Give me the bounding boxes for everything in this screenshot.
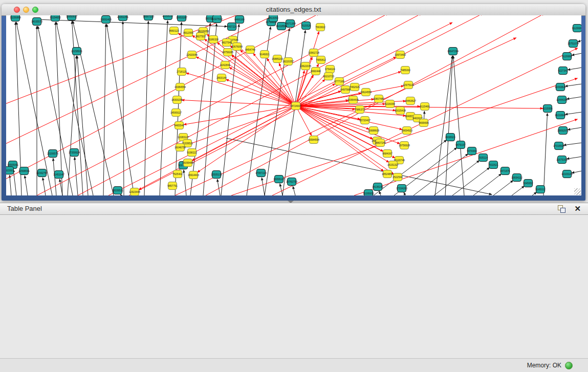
graph-node[interactable]: 9777169 [334,78,344,85]
graph-node[interactable]: 11958107 [162,15,173,20]
graph-node[interactable]: 17016504 [553,142,564,150]
graph-node[interactable]: 16151327 [387,161,399,169]
graph-node[interactable]: 18220357 [282,58,294,65]
graph-node[interactable]: 8454749 [245,46,255,54]
graph-node[interactable]: 16210643 [555,112,566,119]
graph-node[interactable]: 8660123 [169,27,179,35]
graph-node[interactable]: 14035573 [31,18,42,26]
graph-node[interactable]: 16782759 [286,178,297,186]
graph-node[interactable]: 9345652 [523,180,533,187]
graph-node[interactable]: 6466160 [234,16,245,24]
graph-node[interactable]: 19624554 [360,89,372,96]
graph-node[interactable]: 9242844 [220,61,230,69]
graph-node[interactable]: 9827503 [195,33,206,40]
graph-node[interactable]: 15885209 [272,55,283,63]
graph-node[interactable]: 7625402 [172,170,183,178]
graph-node[interactable]: 10807487 [373,95,384,103]
graph-node[interactable]: 10653287 [176,15,187,21]
graph-node[interactable]: 7663822 [315,24,325,31]
graph-node[interactable]: 11675309 [556,156,568,164]
graph-node[interactable]: 12093822 [555,83,566,91]
graph-node[interactable]: 13505135 [211,171,222,179]
graph-node[interactable]: 18724007 [290,102,301,110]
graph-node[interactable]: 19384554 [175,83,186,91]
graph-node[interactable]: 15584554 [308,136,319,144]
graph-node[interactable]: 16914403 [188,171,199,179]
graph-node[interactable]: 12444154 [556,96,568,104]
graph-node[interactable]: 11129684 [572,25,581,32]
network-canvas[interactable]: 1115686914035573101546521395061720691406… [6,15,581,195]
graph-node[interactable]: 9227341 [558,67,568,75]
graph-node[interactable]: 20061351 [117,15,128,21]
graph-node[interactable]: 14569117 [170,109,182,117]
graph-node[interactable]: 6879197 [455,141,466,149]
graph-node[interactable]: 20364436 [347,96,359,104]
graph-node[interactable]: 23676068 [231,43,243,51]
graph-node[interactable]: 16099489 [182,159,193,167]
graph-node[interactable]: 3915901 [6,167,14,174]
graph-node[interactable]: 11327602 [211,15,223,23]
graph-node[interactable]: 9684067 [382,150,393,158]
graph-node[interactable]: 6497568 [340,86,351,94]
graph-node[interactable]: 12923448 [129,188,140,196]
graph-node[interactable]: 18756085 [222,49,233,56]
graph-node[interactable]: 6216099 [385,100,395,108]
canvas-resize-grip[interactable] [574,188,581,195]
graph-node[interactable]: 18300295 [171,96,183,104]
graph-node[interactable]: 9699695 [419,119,429,127]
graph-node[interactable]: 20691406 [100,16,112,24]
graph-node[interactable]: 10154652 [50,15,61,21]
float-panel-icon[interactable] [558,205,565,213]
graph-node[interactable]: 10654112 [511,174,522,182]
graph-node[interactable]: 9146821 [259,51,270,58]
graph-node[interactable]: 22420046 [186,51,198,59]
graph-node[interactable]: 14463627 [405,97,416,105]
graph-node[interactable]: 19567223 [143,15,154,20]
graph-node[interactable]: 9827548 [222,39,232,47]
graph-node[interactable]: 7955812 [316,56,326,64]
graph-node[interactable]: 16046756 [175,144,186,151]
graph-node[interactable]: 7857224 [227,23,237,31]
graph-node[interactable]: 9857791 [167,182,178,190]
graph-node[interactable]: 8471676 [500,167,510,175]
graph-node[interactable]: 8813054 [268,15,278,22]
graph-node[interactable]: 2522544 [393,173,403,181]
graph-node[interactable]: 9198222 [187,149,197,157]
graph-node[interactable]: 9115460 [420,103,429,111]
graph-node[interactable]: 20158931 [71,48,82,55]
graph-node[interactable]: 7615526 [301,22,311,30]
graph-node[interactable]: 18524851 [382,170,393,178]
graph-node[interactable]: 12975115 [403,81,414,89]
close-panel-icon[interactable]: ✕ [574,204,581,213]
graph-node[interactable]: 14136141 [372,183,383,191]
graph-node[interactable]: 10295652 [363,190,374,196]
graph-node[interactable]: 8215956 [542,105,553,113]
graph-node[interactable]: 17359924 [69,149,80,157]
graph-node[interactable]: 16210723 [323,73,334,80]
graph-node[interactable]: 13950617 [66,15,77,20]
graph-node[interactable]: 9474444 [467,147,477,155]
graph-node[interactable]: 7485063 [400,67,410,74]
graph-node[interactable]: 15720407 [359,117,371,124]
graph-node[interactable]: 13622035 [300,62,311,70]
graph-node[interactable]: 8186328 [208,36,219,43]
graph-node[interactable]: 9465546 [174,122,184,129]
graph-node[interactable]: 10025438 [395,107,406,115]
graph-node[interactable]: 19756928 [399,142,410,149]
graph-node[interactable]: 9990448 [311,68,321,75]
graph-node[interactable]: 8912955 [183,29,193,37]
graph-node[interactable]: 10961728 [308,49,319,57]
graph-node[interactable]: 16958107 [273,176,285,183]
graph-node[interactable]: 11156869 [10,15,21,21]
graph-node[interactable]: 19218586 [276,23,287,30]
graph-node[interactable]: 18807249 [375,139,386,147]
graph-node[interactable]: 2718120 [177,68,187,76]
graph-node[interactable]: 10688609 [368,127,379,135]
graph-node[interactable]: 10973493 [395,51,406,59]
graph-node[interactable]: 12103140 [561,170,573,178]
graph-node[interactable]: 17957223 [255,169,267,177]
graph-node[interactable]: 9245012 [535,186,546,193]
network-window-titlebar[interactable]: citations_edges.txt [2,4,585,16]
graph-node[interactable]: 6794024 [325,65,335,73]
graph-node[interactable]: 11568691 [18,167,30,175]
